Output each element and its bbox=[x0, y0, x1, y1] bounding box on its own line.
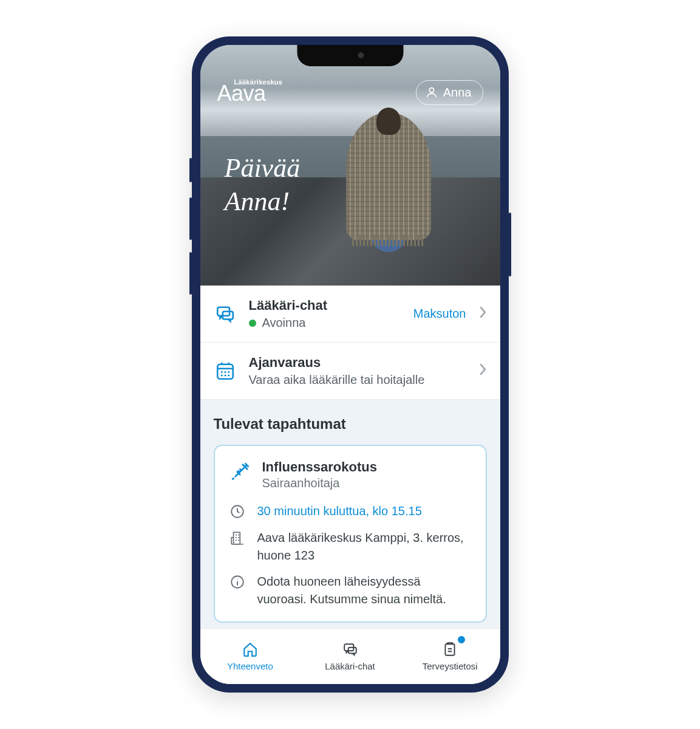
hero-header: Lääkärikeskus Aava Anna Päivää Anna! bbox=[200, 45, 500, 286]
booking-title: Ajanvaraus bbox=[249, 355, 466, 371]
tab-health[interactable]: Terveystietosi bbox=[400, 629, 500, 684]
chat-status: Avoinna bbox=[262, 316, 306, 330]
free-badge: Maksuton bbox=[413, 307, 466, 321]
clipboard-icon bbox=[441, 642, 458, 657]
building-icon bbox=[229, 530, 246, 547]
event-location: Aava lääkärikeskus Kamppi, 3. kerros, hu… bbox=[257, 529, 471, 564]
greeting-text: Päivää Anna! bbox=[225, 151, 301, 218]
volume-down-button bbox=[189, 252, 192, 295]
home-icon bbox=[242, 642, 259, 657]
svg-point-0 bbox=[429, 88, 433, 92]
booking-subtitle: Varaa aika lääkärille tai hoitajalle bbox=[249, 373, 425, 387]
tab-label: Terveystietosi bbox=[423, 661, 478, 671]
chevron-right-icon bbox=[478, 363, 487, 380]
status-open-dot bbox=[249, 320, 256, 327]
syringe-icon bbox=[229, 460, 251, 482]
chevron-right-icon bbox=[478, 306, 487, 323]
booking-row[interactable]: Ajanvaraus Varaa aika lääkärille tai hoi… bbox=[200, 343, 500, 400]
bottom-tabbar: Yhteenveto Lääkäri-chat Terveystietosi bbox=[200, 628, 500, 684]
calendar-icon bbox=[214, 360, 237, 383]
event-card[interactable]: Influenssarokotus Sairaanhoitaja 30 minu… bbox=[214, 445, 487, 623]
event-time: 30 minuutin kuluttua, klo 15.15 bbox=[257, 502, 422, 520]
screen: Lääkärikeskus Aava Anna Päivää Anna! bbox=[200, 45, 500, 684]
event-info: Odota huoneen läheisyydessä vuoroasi. Ku… bbox=[257, 573, 471, 608]
svg-rect-9 bbox=[446, 644, 455, 655]
tab-chat[interactable]: Lääkäri-chat bbox=[300, 629, 400, 684]
user-icon bbox=[425, 86, 438, 99]
upcoming-events-heading: Tulevat tapahtumat bbox=[200, 400, 500, 445]
event-title: Influenssarokotus bbox=[262, 459, 377, 475]
chat-icon bbox=[214, 303, 237, 326]
brand-logo: Lääkärikeskus Aava bbox=[217, 78, 283, 106]
info-icon bbox=[229, 574, 246, 591]
brand-name: Aava bbox=[217, 81, 266, 106]
power-button bbox=[509, 213, 511, 276]
tab-label: Yhteenveto bbox=[227, 661, 273, 671]
tab-summary[interactable]: Yhteenveto bbox=[200, 629, 301, 684]
user-name: Anna bbox=[443, 86, 472, 100]
chat-icon bbox=[342, 642, 359, 657]
clock-icon bbox=[229, 504, 246, 521]
content-scroll[interactable]: Lääkäri-chat Avoinna Maksuton bbox=[200, 286, 500, 628]
event-role: Sairaanhoitaja bbox=[262, 476, 377, 490]
volume-up-button bbox=[189, 197, 192, 240]
doctor-chat-row[interactable]: Lääkäri-chat Avoinna Maksuton bbox=[200, 286, 500, 343]
side-button bbox=[189, 158, 192, 182]
user-profile-button[interactable]: Anna bbox=[416, 80, 483, 105]
notification-dot bbox=[458, 636, 465, 643]
svg-rect-5 bbox=[233, 532, 240, 544]
phone-frame: Lääkärikeskus Aava Anna Päivää Anna! bbox=[192, 36, 509, 693]
chat-title: Lääkäri-chat bbox=[249, 298, 401, 313]
notch bbox=[297, 45, 403, 66]
tab-label: Lääkäri-chat bbox=[325, 661, 375, 671]
